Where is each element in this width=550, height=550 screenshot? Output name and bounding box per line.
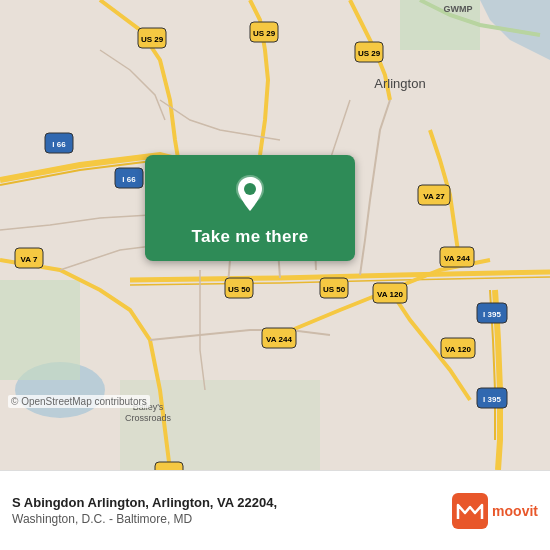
address-line1: S Abingdon Arlington, Arlington, VA 2220… xyxy=(12,495,452,510)
svg-text:GWMP: GWMP xyxy=(444,4,473,14)
svg-point-42 xyxy=(244,183,256,195)
svg-text:Arlington: Arlington xyxy=(374,76,425,91)
svg-text:I 66: I 66 xyxy=(122,175,136,184)
moovit-icon xyxy=(452,493,488,529)
svg-text:US 50: US 50 xyxy=(228,285,251,294)
location-pin-icon xyxy=(228,173,272,217)
svg-rect-3 xyxy=(0,280,80,380)
svg-text:VA 120: VA 120 xyxy=(445,345,471,354)
moovit-text: moovit xyxy=(492,503,538,519)
svg-text:VA 244: VA 244 xyxy=(444,254,470,263)
svg-text:Crossroads: Crossroads xyxy=(125,413,172,423)
address-block: S Abingdon Arlington, Arlington, VA 2220… xyxy=(12,495,452,526)
svg-text:VA 27: VA 27 xyxy=(423,192,445,201)
svg-text:I 66: I 66 xyxy=(52,140,66,149)
svg-rect-4 xyxy=(120,380,320,470)
svg-text:US 50: US 50 xyxy=(323,285,346,294)
take-me-there-label: Take me there xyxy=(192,227,309,247)
address-line2: Washington, D.C. - Baltimore, MD xyxy=(12,512,452,526)
bottom-bar: S Abingdon Arlington, Arlington, VA 2220… xyxy=(0,470,550,550)
svg-text:US 29: US 29 xyxy=(358,49,381,58)
svg-text:VA 120: VA 120 xyxy=(377,290,403,299)
take-me-there-button[interactable]: Take me there xyxy=(145,155,355,261)
osm-credit: © OpenStreetMap contributors xyxy=(8,395,150,408)
svg-text:VA 7: VA 7 xyxy=(21,255,38,264)
svg-text:US 29: US 29 xyxy=(141,35,164,44)
moovit-logo: moovit xyxy=(452,493,538,529)
svg-text:I 395: I 395 xyxy=(483,395,501,404)
svg-text:US 29: US 29 xyxy=(253,29,276,38)
svg-text:VA 244: VA 244 xyxy=(266,335,292,344)
svg-text:I 395: I 395 xyxy=(483,310,501,319)
map-container: US 29 US 29 US 29 I 66 I 66 VA 7 US 50 U… xyxy=(0,0,550,470)
